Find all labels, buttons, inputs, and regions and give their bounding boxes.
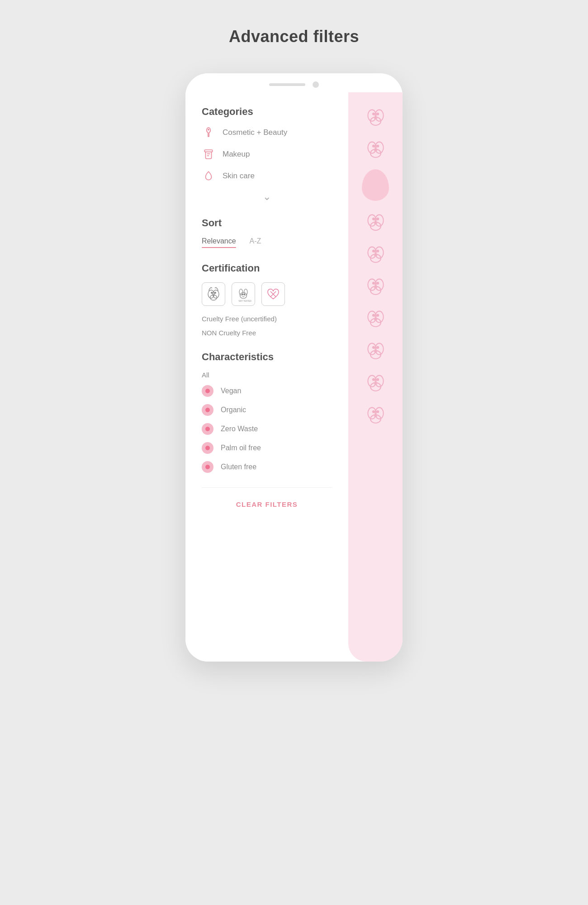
svg-rect-1	[204, 150, 212, 152]
rabbit-decoration-9	[363, 402, 388, 427]
svg-point-12	[242, 294, 243, 295]
clear-filters-bar: CLEAR FILTERS	[202, 487, 332, 518]
rabbit-decoration-4	[363, 241, 388, 266]
certification-section: Certification	[202, 262, 332, 337]
svg-point-50	[372, 347, 374, 348]
side-panel-content	[348, 92, 403, 438]
notch-circle	[313, 81, 319, 88]
cert-cruelty-free[interactable]: Cruelty Free (uncertified)	[202, 315, 332, 323]
rabbit-decoration-7	[363, 338, 388, 362]
char-circle-glutenfree	[202, 461, 213, 473]
char-circle-inner-organic	[205, 408, 210, 412]
category-makeup[interactable]: Makeup	[202, 148, 332, 161]
categories-section: Categories Cosmetic + Beauty	[202, 106, 332, 203]
svg-point-13	[244, 294, 245, 295]
svg-point-45	[372, 314, 374, 316]
filter-panel: Categories Cosmetic + Beauty	[185, 92, 348, 662]
skincare-label: Skin care	[223, 171, 255, 181]
svg-point-21	[377, 113, 379, 115]
svg-text:NOT TESTED: NOT TESTED	[239, 300, 252, 302]
svg-point-25	[372, 145, 374, 147]
svg-point-20	[372, 113, 374, 115]
svg-point-35	[372, 250, 374, 252]
char-circle-inner-glutenfree	[205, 465, 210, 469]
char-label-zerowaste: Zero Waste	[221, 425, 258, 433]
sort-title: Sort	[202, 217, 332, 229]
char-label-organic: Organic	[221, 406, 246, 414]
char-label-glutenfree: Gluten free	[221, 463, 256, 471]
char-label-palmoilfree: Palm oil free	[221, 444, 261, 452]
clear-filters-button[interactable]: CLEAR FILTERS	[236, 500, 298, 508]
char-organic[interactable]: Organic	[202, 404, 332, 416]
rabbit-decoration-8	[363, 370, 388, 395]
char-circle-inner-zerowaste	[205, 427, 210, 431]
char-vegan[interactable]: Vegan	[202, 385, 332, 397]
char-zerowaste[interactable]: Zero Waste	[202, 423, 332, 435]
show-more-chevron[interactable]: ⌄	[202, 191, 332, 203]
category-cosmetic[interactable]: Cosmetic + Beauty	[202, 126, 332, 139]
cert-icon-2[interactable]: NOT TESTED	[232, 282, 255, 306]
char-circle-palmoilfree	[202, 442, 213, 454]
char-all[interactable]: All	[202, 371, 332, 379]
right-panel	[348, 92, 403, 662]
characteristics-title: Characteristics	[202, 351, 332, 363]
phone-frame: Categories Cosmetic + Beauty	[185, 73, 403, 662]
notch-pill	[269, 83, 305, 86]
char-circle-inner-vegan	[205, 389, 210, 393]
rabbit-decoration-2	[363, 136, 388, 161]
makeup-label: Makeup	[223, 150, 250, 159]
svg-point-31	[377, 218, 379, 220]
rabbit-decoration-5	[363, 273, 388, 298]
cert-icons-row: NOT TESTED	[202, 282, 332, 306]
cert-non-cruelty-free[interactable]: NON Cruelty Free	[202, 329, 332, 337]
cosmetic-icon	[202, 126, 215, 139]
svg-point-46	[377, 314, 379, 316]
svg-point-60	[372, 411, 374, 413]
char-circle-zerowaste	[202, 423, 213, 435]
sort-relevance[interactable]: Relevance	[202, 237, 236, 248]
cert-icon-3[interactable]	[261, 282, 285, 306]
characteristics-section: Characteristics All Vegan Organic	[202, 351, 332, 473]
char-glutenfree[interactable]: Gluten free	[202, 461, 332, 473]
sort-tabs: Relevance A-Z	[202, 237, 332, 248]
rabbit-decoration-6	[363, 305, 388, 330]
category-skincare[interactable]: Skin care	[202, 169, 332, 183]
svg-point-61	[377, 411, 379, 413]
svg-point-51	[377, 347, 379, 348]
svg-point-0	[208, 129, 209, 130]
char-circle-inner-palmoilfree	[205, 446, 210, 450]
char-circle-organic	[202, 404, 213, 416]
svg-point-7	[211, 292, 213, 294]
categories-title: Categories	[202, 106, 332, 118]
cert-icon-1[interactable]	[202, 282, 225, 306]
svg-point-41	[377, 282, 379, 284]
svg-point-30	[372, 218, 374, 220]
phone-notch	[185, 73, 403, 92]
sort-az[interactable]: A-Z	[250, 237, 261, 248]
pink-blob	[362, 169, 389, 201]
svg-point-40	[372, 282, 374, 284]
svg-point-36	[377, 250, 379, 252]
cosmetic-label: Cosmetic + Beauty	[223, 128, 287, 137]
svg-point-9	[240, 292, 247, 299]
phone-content: Categories Cosmetic + Beauty	[185, 92, 403, 662]
svg-point-8	[214, 292, 216, 294]
svg-point-26	[377, 145, 379, 147]
svg-point-55	[372, 379, 374, 381]
char-label-vegan: Vegan	[221, 387, 241, 395]
char-circle-vegan	[202, 385, 213, 397]
sort-section: Sort Relevance A-Z	[202, 217, 332, 248]
char-palmoilfree[interactable]: Palm oil free	[202, 442, 332, 454]
svg-point-4	[208, 290, 214, 298]
certification-title: Certification	[202, 262, 332, 274]
skincare-icon	[202, 169, 215, 183]
rabbit-decoration-1	[363, 104, 388, 129]
svg-point-5	[213, 290, 219, 298]
rabbit-decoration-3	[363, 209, 388, 234]
page-title: Advanced filters	[229, 27, 359, 46]
makeup-icon	[202, 148, 215, 161]
svg-point-56	[377, 379, 379, 381]
